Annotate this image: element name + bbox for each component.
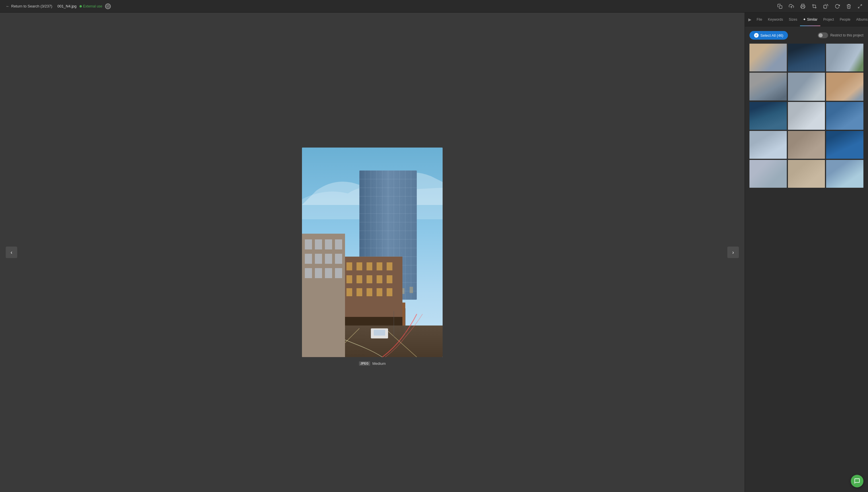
svg-rect-65 xyxy=(374,330,385,336)
panel-tabs: ▶ File Keywords Sizes ✦ Similar Project … xyxy=(745,13,868,26)
svg-rect-67 xyxy=(305,239,312,249)
sparkle-icon: ✦ xyxy=(803,17,806,22)
main-content: ‹ xyxy=(0,13,868,492)
svg-rect-54 xyxy=(377,288,382,296)
approved-icon[interactable]: ✓ xyxy=(105,3,111,9)
svg-rect-74 xyxy=(335,254,342,264)
similar-thumbnails-grid xyxy=(749,44,863,188)
svg-rect-40 xyxy=(356,262,362,270)
thumbnail-8[interactable] xyxy=(788,102,825,130)
arrow-left-icon: ← xyxy=(6,4,9,8)
main-image-wrapper: JPEG Medium xyxy=(302,148,443,357)
thumbnail-1[interactable] xyxy=(749,44,787,72)
svg-rect-47 xyxy=(367,275,372,283)
return-label: Return to Search (3/237) xyxy=(11,4,52,8)
svg-rect-3 xyxy=(824,5,827,8)
tab-sizes[interactable]: Sizes xyxy=(786,13,800,26)
print-button[interactable] xyxy=(798,3,808,10)
refresh-button[interactable] xyxy=(833,3,842,10)
tab-similar[interactable]: ✦ Similar xyxy=(800,13,820,26)
thumbnail-15[interactable] xyxy=(826,160,863,188)
top-bar-left: ← Return to Search (3/237) 001_N4.jpg Ex… xyxy=(3,3,772,9)
top-bar-right xyxy=(775,3,865,10)
thumbnail-7[interactable] xyxy=(749,102,787,130)
image-format-label: JPEG Medium xyxy=(359,361,386,366)
svg-rect-77 xyxy=(325,268,332,278)
svg-rect-42 xyxy=(377,262,382,270)
svg-rect-43 xyxy=(387,262,392,270)
trash-button[interactable] xyxy=(844,3,854,10)
svg-rect-78 xyxy=(335,268,342,278)
panel-collapse-arrow[interactable]: ▶ xyxy=(746,15,754,24)
external-use-label: External use xyxy=(83,4,102,8)
image-viewer: ‹ xyxy=(0,13,745,492)
thumbnail-10[interactable] xyxy=(749,131,787,159)
restrict-label: Restrict to this project xyxy=(830,33,863,37)
next-image-button[interactable]: › xyxy=(727,247,739,258)
thumbnail-13[interactable] xyxy=(749,160,787,188)
restrict-toggle-container: Restrict to this project xyxy=(818,32,863,38)
svg-rect-53 xyxy=(367,288,372,296)
thumbnail-4[interactable] xyxy=(749,73,787,100)
svg-rect-41 xyxy=(367,262,372,270)
main-image xyxy=(302,148,443,357)
svg-line-4 xyxy=(860,5,862,6)
svg-line-5 xyxy=(858,7,860,8)
tab-people[interactable]: People xyxy=(837,13,853,26)
tab-keywords[interactable]: Keywords xyxy=(765,13,786,26)
svg-rect-73 xyxy=(325,254,332,264)
svg-rect-0 xyxy=(779,5,782,8)
expand-button[interactable] xyxy=(855,3,865,10)
svg-rect-2 xyxy=(802,7,804,8)
panel-content: ✓ Select All (46) Restrict to this proje… xyxy=(745,26,868,492)
svg-rect-46 xyxy=(356,275,362,283)
jpeg-badge: JPEG xyxy=(359,361,370,366)
svg-rect-68 xyxy=(315,239,322,249)
external-use-badge: External use xyxy=(79,4,102,8)
filename-label: 001_N4.jpg xyxy=(57,4,77,8)
chevron-right-icon: › xyxy=(732,249,734,255)
duplicate-button[interactable] xyxy=(821,3,831,10)
thumbnail-14[interactable] xyxy=(788,160,825,188)
size-label: Medium xyxy=(372,361,386,366)
svg-rect-36 xyxy=(410,287,413,293)
svg-rect-69 xyxy=(325,239,332,249)
top-bar: ← Return to Search (3/237) 001_N4.jpg Ex… xyxy=(0,0,868,13)
tab-project[interactable]: Project xyxy=(820,13,837,26)
select-all-label: Select All (46) xyxy=(760,33,783,38)
thumbnail-6[interactable] xyxy=(826,73,863,100)
previous-image-button[interactable]: ‹ xyxy=(6,247,17,258)
restrict-toggle-switch[interactable] xyxy=(818,32,828,38)
svg-rect-48 xyxy=(377,275,382,283)
select-all-button[interactable]: ✓ Select All (46) xyxy=(749,31,788,40)
similar-toolbar: ✓ Select All (46) Restrict to this proje… xyxy=(749,31,863,40)
copy-button[interactable] xyxy=(775,3,785,10)
check-icon: ✓ xyxy=(754,33,759,38)
status-dot-icon xyxy=(79,5,82,7)
svg-rect-71 xyxy=(305,254,312,264)
svg-rect-45 xyxy=(346,275,352,283)
svg-rect-75 xyxy=(305,268,312,278)
svg-rect-70 xyxy=(335,239,342,249)
svg-rect-66 xyxy=(302,233,345,357)
tab-file[interactable]: File xyxy=(754,13,765,26)
upload-button[interactable] xyxy=(787,3,796,10)
return-to-search-button[interactable]: ← Return to Search (3/237) xyxy=(3,3,54,9)
thumbnail-2[interactable] xyxy=(788,44,825,72)
crop-button[interactable] xyxy=(810,3,819,10)
svg-rect-72 xyxy=(315,254,322,264)
svg-rect-49 xyxy=(387,275,392,283)
svg-rect-52 xyxy=(356,288,362,296)
svg-rect-51 xyxy=(346,288,352,296)
thumbnail-5[interactable] xyxy=(788,73,825,100)
svg-rect-76 xyxy=(315,268,322,278)
thumbnail-11[interactable] xyxy=(788,131,825,159)
thumbnail-9[interactable] xyxy=(826,102,863,130)
tab-albums[interactable]: Albums xyxy=(853,13,868,26)
thumbnail-12[interactable] xyxy=(826,131,863,159)
svg-rect-55 xyxy=(387,288,392,296)
support-chat-button[interactable] xyxy=(851,475,863,487)
svg-rect-39 xyxy=(346,262,352,270)
thumbnail-3[interactable] xyxy=(826,44,863,72)
right-panel: ▶ File Keywords Sizes ✦ Similar Project … xyxy=(745,13,868,492)
